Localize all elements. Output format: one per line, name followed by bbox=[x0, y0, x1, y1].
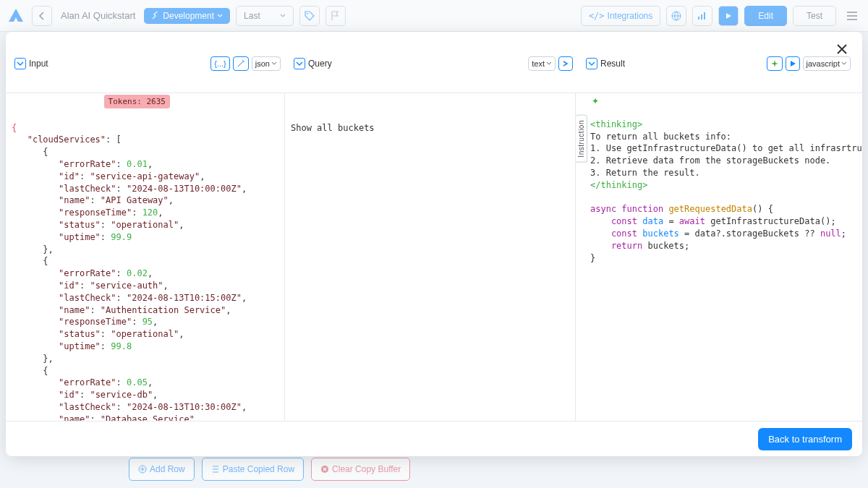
last-selector[interactable]: Last bbox=[236, 6, 294, 26]
copy-icon[interactable] bbox=[559, 98, 571, 109]
flag-icon-button[interactable] bbox=[326, 6, 346, 26]
query-label: Query bbox=[308, 59, 332, 69]
query-kind-select[interactable]: text bbox=[528, 56, 556, 71]
integrations-button[interactable]: </> Integrations bbox=[581, 6, 660, 26]
result-lang-select[interactable]: javascript bbox=[803, 56, 851, 71]
env-selector[interactable]: Development bbox=[144, 8, 230, 24]
paste-row-button[interactable]: Paste Copied Row bbox=[202, 458, 304, 481]
back-to-transform-button[interactable]: Back to transform bbox=[758, 428, 852, 450]
chevron-down-icon[interactable] bbox=[294, 58, 305, 69]
globe-icon-button[interactable] bbox=[666, 6, 686, 26]
result-editor[interactable]: <thinking> To return all buckets info: 1… bbox=[576, 93, 862, 421]
sparkle-icon[interactable] bbox=[767, 56, 783, 71]
play-icon-button[interactable] bbox=[718, 6, 739, 26]
clear-buffer-button[interactable]: Clear Copy Buffer bbox=[311, 458, 410, 481]
tokens-badge: Tokens: 2635 bbox=[104, 95, 170, 108]
menu-icon-button[interactable] bbox=[842, 6, 862, 26]
analytics-icon-button[interactable] bbox=[692, 6, 712, 26]
braces-button[interactable]: {...} bbox=[210, 56, 230, 71]
svg-point-0 bbox=[307, 13, 308, 14]
chevron-down-icon[interactable] bbox=[14, 58, 26, 69]
play-result-icon[interactable] bbox=[786, 56, 800, 71]
input-editor[interactable]: Tokens: 2635 { "cloudServices": [ { "err… bbox=[6, 93, 284, 421]
app-title: Alan AI Quickstart bbox=[58, 10, 138, 21]
logo-icon bbox=[6, 6, 26, 26]
query-editor[interactable]: Show all buckets bbox=[285, 93, 575, 421]
chevron-down-icon[interactable] bbox=[586, 58, 597, 69]
result-label: Result bbox=[600, 59, 625, 69]
result-column: Instruction ✦ <thinking> To return all b… bbox=[575, 93, 862, 421]
magic-wand-icon[interactable] bbox=[233, 56, 249, 71]
add-row-button[interactable]: Add Row bbox=[129, 458, 195, 481]
query-column: Show all buckets bbox=[284, 93, 575, 421]
back-button[interactable] bbox=[32, 6, 52, 26]
run-query-icon[interactable] bbox=[558, 56, 573, 71]
input-format-select[interactable]: json bbox=[252, 56, 281, 71]
tag-icon-button[interactable] bbox=[299, 6, 320, 26]
transform-modal: Input {...} json Query text Result bbox=[6, 32, 862, 456]
edit-button[interactable]: Edit bbox=[744, 6, 787, 26]
input-column: Tokens: 2635 { "cloudServices": [ { "err… bbox=[6, 93, 284, 421]
test-button[interactable]: Test bbox=[793, 6, 836, 26]
top-toolbar: Alan AI Quickstart Development Last </> … bbox=[0, 0, 868, 32]
bottom-actions: Add Row Paste Copied Row Clear Copy Buff… bbox=[129, 458, 410, 481]
input-label: Input bbox=[29, 59, 48, 69]
